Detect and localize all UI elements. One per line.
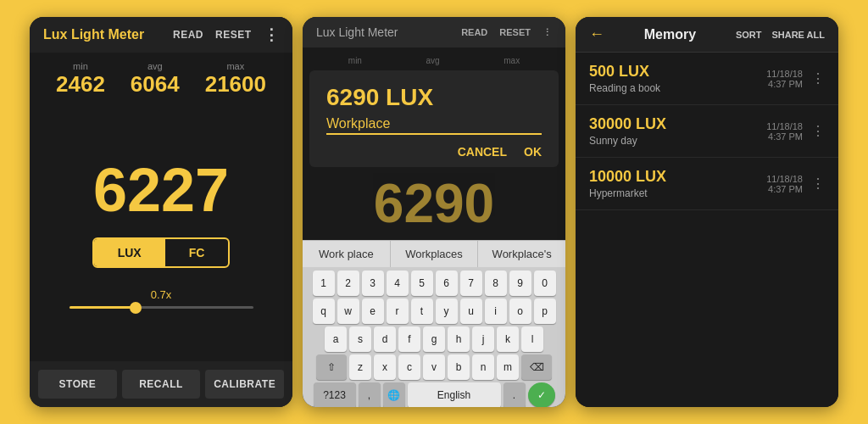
sort-button[interactable]: SORT <box>736 30 762 40</box>
key-1[interactable]: 1 <box>313 271 335 296</box>
lux-button[interactable]: LUX <box>94 239 165 266</box>
key-x[interactable]: x <box>374 354 396 380</box>
key-r[interactable]: r <box>387 298 409 324</box>
memory-list: 500 LUX Reading a book 11/18/18 4:37 PM … <box>576 53 838 407</box>
dialog-name-input[interactable]: Workplace <box>326 116 542 135</box>
phone2-title: Lux Light Meter <box>316 25 398 39</box>
more-options-icon-2[interactable]: ⋮ <box>542 27 552 38</box>
key-y[interactable]: y <box>436 298 458 324</box>
reset-button-2[interactable]: RESET <box>499 27 531 37</box>
unit-toggle[interactable]: LUX FC <box>92 237 231 268</box>
p2-min-label: min <box>348 56 362 65</box>
key-l[interactable]: l <box>521 326 543 352</box>
reset-button[interactable]: RESET <box>215 29 252 41</box>
key-f[interactable]: f <box>398 326 420 352</box>
phone1-actions: READ RESET ⋮ <box>173 25 279 44</box>
key-3[interactable]: 3 <box>362 271 384 296</box>
fc-button[interactable]: FC <box>165 239 229 266</box>
phone3-header: ← Memory SORT SHARE ALL <box>576 17 838 53</box>
key-q[interactable]: q <box>313 298 335 324</box>
phone-2: Lux Light Meter READ RESET ⋮ min avg max… <box>303 17 565 407</box>
key-u[interactable]: u <box>460 298 482 324</box>
memory-dots-0[interactable]: ⋮ <box>811 70 825 86</box>
memory-lux-1: 30000 LUX <box>589 115 666 133</box>
zoom-slider[interactable] <box>70 306 253 309</box>
stat-avg: avg 6064 <box>131 61 180 98</box>
memory-dots-1[interactable]: ⋮ <box>811 123 825 139</box>
phone1-main: 6227 LUX FC 0.7x <box>30 106 292 361</box>
memory-lux-0: 500 LUX <box>589 63 660 81</box>
autocomplete-item-2[interactable]: Workplace's <box>478 241 565 267</box>
key-e[interactable]: e <box>362 298 384 324</box>
memory-dots-2[interactable]: ⋮ <box>811 176 825 192</box>
phone-1: Lux Light Meter READ RESET ⋮ min 2462 av… <box>30 17 292 407</box>
key-j[interactable]: j <box>472 326 494 352</box>
read-button[interactable]: READ <box>173 29 203 41</box>
key-7[interactable]: 7 <box>460 271 482 296</box>
dialog-buttons: CANCEL OK <box>326 145 542 159</box>
share-all-button[interactable]: SHARE ALL <box>771 30 825 40</box>
key-m[interactable]: m <box>497 354 519 380</box>
dialog-input-text: Workplace <box>326 116 390 131</box>
key-a[interactable]: a <box>325 326 347 352</box>
key-0[interactable]: 0 <box>534 271 556 296</box>
key-2[interactable]: 2 <box>337 271 359 296</box>
memory-item-2[interactable]: 10000 LUX Hypermarket 11/18/18 4:37 PM ⋮ <box>576 158 838 210</box>
key-comma[interactable]: , <box>359 382 381 407</box>
phone1-header: Lux Light Meter READ RESET ⋮ <box>30 17 292 53</box>
calibrate-button[interactable]: CALIBRATE <box>205 370 284 399</box>
key-o[interactable]: o <box>509 298 531 324</box>
keyboard-row3: ⇧ z x c v b n m ⌫ <box>304 354 564 380</box>
key-space[interactable]: English <box>408 382 501 407</box>
memory-datetime-0: 11/18/18 4:37 PM <box>766 69 803 89</box>
memory-item-left-0: 500 LUX Reading a book <box>589 63 660 94</box>
key-w[interactable]: w <box>337 298 359 324</box>
more-options-icon[interactable]: ⋮ <box>264 25 280 44</box>
memory-lux-2: 10000 LUX <box>589 168 666 186</box>
max-value: 21600 <box>205 71 266 98</box>
phone2-big-reading: 6290 <box>303 167 565 240</box>
autocomplete-item-1[interactable]: Workplaces <box>391 241 479 267</box>
key-i[interactable]: i <box>485 298 507 324</box>
key-backspace[interactable]: ⌫ <box>521 354 552 380</box>
cancel-button[interactable]: CANCEL <box>458 145 507 159</box>
key-p[interactable]: p <box>534 298 556 324</box>
key-4[interactable]: 4 <box>387 271 409 296</box>
stat-min: min 2462 <box>56 61 105 98</box>
ok-button[interactable]: OK <box>524 145 542 159</box>
stat-max: max 21600 <box>205 61 266 98</box>
key-v[interactable]: v <box>423 354 445 380</box>
key-5[interactable]: 5 <box>411 271 433 296</box>
key-c[interactable]: c <box>398 354 420 380</box>
key-9[interactable]: 9 <box>509 271 531 296</box>
key-shift[interactable]: ⇧ <box>316 354 347 380</box>
key-num-sym[interactable]: ?123 <box>314 382 356 407</box>
key-d[interactable]: d <box>374 326 396 352</box>
key-h[interactable]: h <box>448 326 470 352</box>
key-g[interactable]: g <box>423 326 445 352</box>
store-button[interactable]: STORE <box>38 370 117 399</box>
key-k[interactable]: k <box>497 326 519 352</box>
key-n[interactable]: n <box>472 354 494 380</box>
key-done[interactable]: ✓ <box>528 382 555 407</box>
key-b[interactable]: b <box>448 354 470 380</box>
avg-label: avg <box>147 61 163 71</box>
back-button[interactable]: ← <box>589 25 604 43</box>
key-z[interactable]: z <box>349 354 371 380</box>
recall-button[interactable]: RECALL <box>122 370 201 399</box>
slider-thumb[interactable] <box>130 302 142 314</box>
autocomplete-item-0[interactable]: Work place <box>303 241 391 267</box>
read-button-2[interactable]: READ <box>461 27 487 37</box>
memory-desc-1: Sunny day <box>589 135 666 147</box>
memory-item-left-1: 30000 LUX Sunny day <box>589 115 666 147</box>
memory-item-1[interactable]: 30000 LUX Sunny day 11/18/18 4:37 PM ⋮ <box>576 105 838 158</box>
key-8[interactable]: 8 <box>485 271 507 296</box>
key-6[interactable]: 6 <box>436 271 458 296</box>
autocomplete-bar: Work place Workplaces Workplace's <box>303 240 565 267</box>
memory-item-0[interactable]: 500 LUX Reading a book 11/18/18 4:37 PM … <box>576 53 838 105</box>
key-period[interactable]: . <box>504 382 526 407</box>
key-s[interactable]: s <box>349 326 371 352</box>
key-globe[interactable]: 🌐 <box>383 382 405 407</box>
phone-3: ← Memory SORT SHARE ALL 500 LUX Reading … <box>576 17 838 407</box>
key-t[interactable]: t <box>411 298 433 324</box>
